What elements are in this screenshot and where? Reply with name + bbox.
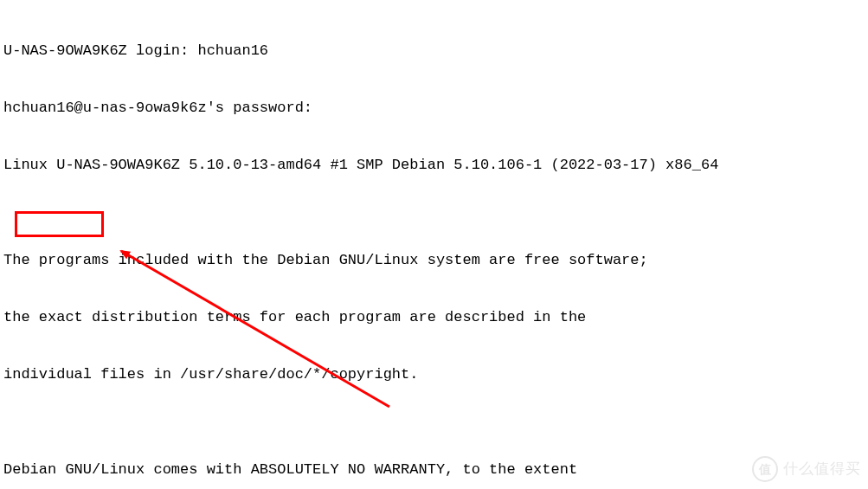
watermark: 值 什么值得买 bbox=[752, 456, 861, 482]
terminal-line: the exact distribution terms for each pr… bbox=[3, 308, 865, 327]
terminal-line: individual files in /usr/share/doc/*/cop… bbox=[3, 365, 865, 384]
terminal-output[interactable]: U-NAS-9OWA9K6Z login: hchuan16 hchuan16@… bbox=[0, 0, 868, 489]
watermark-text: 什么值得买 bbox=[783, 460, 861, 479]
terminal-line: U-NAS-9OWA9K6Z login: hchuan16 bbox=[3, 42, 865, 61]
terminal-line: Debian GNU/Linux comes with ABSOLUTELY N… bbox=[3, 460, 865, 479]
terminal-line: Linux U-NAS-9OWA9K6Z 5.10.0-13-amd64 #1 … bbox=[3, 156, 865, 175]
terminal-line: hchuan16@u-nas-9owa9k6z's password: bbox=[3, 99, 865, 118]
terminal-line: The programs included with the Debian GN… bbox=[3, 251, 865, 270]
watermark-badge-icon: 值 bbox=[752, 456, 778, 482]
